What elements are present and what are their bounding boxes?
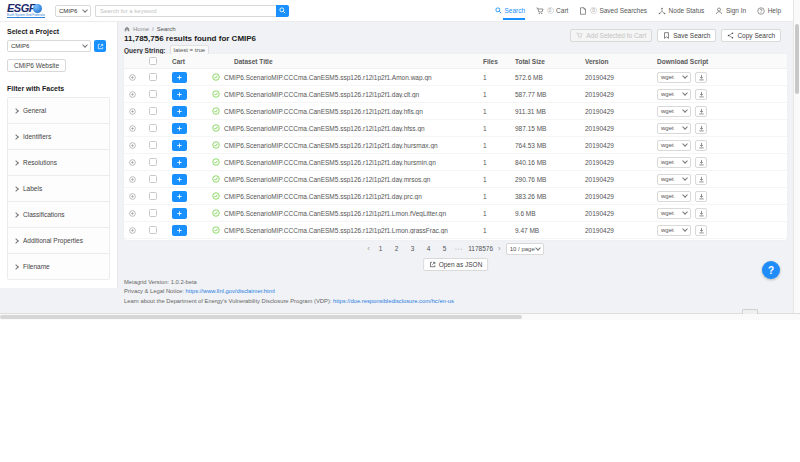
row-checkbox[interactable] xyxy=(149,209,157,217)
download-script-select[interactable]: wget xyxy=(657,140,691,151)
search-input[interactable] xyxy=(95,5,276,17)
next-page-arrow[interactable]: › xyxy=(498,244,501,254)
row-checkbox[interactable] xyxy=(149,192,157,200)
add-to-cart-button[interactable] xyxy=(172,208,187,219)
facet-collapse-item[interactable]: Additional Properties xyxy=(8,228,109,254)
scrollbar-resize-tab[interactable] xyxy=(742,309,758,314)
esgf-logo[interactable]: ESGF Earth System Grid Federation xyxy=(7,3,47,18)
download-button[interactable] xyxy=(695,123,707,134)
row-checkbox[interactable] xyxy=(149,90,157,98)
dataset-title[interactable]: CMIP6.ScenarioMIP.CCCma.CanESM5.ssp126.r… xyxy=(224,125,425,132)
open-as-json-button[interactable]: Open as JSON xyxy=(423,258,489,271)
expand-row-icon[interactable] xyxy=(129,193,136,200)
dataset-title[interactable]: CMIP6.ScenarioMIP.CCCma.CanESM5.ssp126.r… xyxy=(224,159,436,166)
facet-collapse-item[interactable]: Filename xyxy=(8,254,109,280)
project-select[interactable]: CMIP6 xyxy=(7,40,91,52)
project-info-button[interactable] xyxy=(94,40,106,52)
download-script-select[interactable]: wget xyxy=(657,157,691,168)
expand-row-icon[interactable] xyxy=(129,227,136,234)
download-script-select[interactable]: wget xyxy=(657,225,691,236)
add-to-cart-button[interactable] xyxy=(172,106,187,117)
add-to-cart-button[interactable] xyxy=(172,123,187,134)
save-search-button[interactable]: Save Search xyxy=(657,29,716,42)
dataset-title[interactable]: CMIP6.ScenarioMIP.CCCma.CanESM5.ssp126.r… xyxy=(224,176,430,183)
row-checkbox[interactable] xyxy=(149,141,157,149)
vdp-link[interactable]: https://doe.responsibledisclosure.com/hc… xyxy=(333,298,454,304)
page-number[interactable]: 1 xyxy=(375,243,386,255)
page-number[interactable]: 2 xyxy=(391,243,402,255)
nav-item-help[interactable]: Help xyxy=(757,7,781,15)
previous-page-arrow[interactable]: ‹ xyxy=(367,244,370,254)
download-button[interactable] xyxy=(695,225,707,236)
expand-row-icon[interactable] xyxy=(129,108,136,115)
facet-collapse-item[interactable]: General xyxy=(8,98,109,124)
row-checkbox[interactable] xyxy=(149,124,157,132)
nav-item-cart[interactable]: 0 Cart xyxy=(536,7,568,15)
download-button[interactable] xyxy=(695,191,707,202)
project-website-button[interactable]: CMIP6 Website xyxy=(7,59,66,72)
add-to-cart-button[interactable] xyxy=(172,174,187,185)
facet-collapse-item[interactable]: Labels xyxy=(8,176,109,202)
nav-item-sign-in[interactable]: Sign In xyxy=(715,7,746,15)
help-fab-button[interactable]: ? xyxy=(762,261,780,279)
facet-collapse-item[interactable]: Resolutions xyxy=(8,150,109,176)
header-project-select[interactable]: CMIP6 xyxy=(55,5,91,17)
row-checkbox[interactable] xyxy=(149,175,157,183)
add-to-cart-button[interactable] xyxy=(172,89,187,100)
dataset-title[interactable]: CMIP6.ScenarioMIP.CCCma.CanESM5.ssp126.r… xyxy=(224,108,423,115)
download-button[interactable] xyxy=(695,106,707,117)
copy-search-button[interactable]: Copy Search xyxy=(721,29,781,42)
download-script-select[interactable]: wget xyxy=(657,123,691,134)
dataset-title[interactable]: CMIP6.ScenarioMIP.CCCma.CanESM5.ssp126.r… xyxy=(224,74,432,81)
nav-item-saved-searches[interactable]: 0 Saved Searches xyxy=(579,7,647,15)
download-button[interactable] xyxy=(695,208,707,219)
add-to-cart-button[interactable] xyxy=(172,72,187,83)
dataset-title[interactable]: CMIP6.ScenarioMIP.CCCma.CanESM5.ssp126.r… xyxy=(224,227,448,234)
privacy-notice-link[interactable]: https://www.llnl.gov/disclaimer.html xyxy=(186,288,275,294)
page-ellipsis[interactable]: ••• xyxy=(455,246,463,252)
nav-item-search[interactable]: Search xyxy=(495,7,525,14)
row-checkbox[interactable] xyxy=(149,73,157,81)
search-submit-button[interactable] xyxy=(276,5,289,17)
expand-row-icon[interactable] xyxy=(129,125,136,132)
row-checkbox[interactable] xyxy=(149,158,157,166)
download-button[interactable] xyxy=(695,89,707,100)
dataset-title[interactable]: CMIP6.ScenarioMIP.CCCma.CanESM5.ssp126.r… xyxy=(224,210,446,217)
add-to-cart-button[interactable] xyxy=(172,191,187,202)
page-number[interactable]: 5 xyxy=(439,243,450,255)
download-button[interactable] xyxy=(695,157,707,168)
page-number[interactable]: 4 xyxy=(423,243,434,255)
dataset-title[interactable]: CMIP6.ScenarioMIP.CCCma.CanESM5.ssp126.r… xyxy=(224,142,438,149)
select-all-checkbox[interactable] xyxy=(149,57,157,65)
row-checkbox[interactable] xyxy=(149,226,157,234)
page-size-select[interactable]: 10 / page xyxy=(506,243,544,255)
horizontal-scrollbar-thumb[interactable] xyxy=(0,315,522,319)
download-script-select[interactable]: wget xyxy=(657,208,691,219)
add-selected-to-cart-button[interactable]: Add Selected to Cart xyxy=(570,29,652,42)
vertical-scrollbar-thumb[interactable] xyxy=(795,24,799,94)
download-script-select[interactable]: wget xyxy=(657,174,691,185)
expand-row-icon[interactable] xyxy=(129,176,136,183)
download-button[interactable] xyxy=(695,174,707,185)
download-script-select[interactable]: wget xyxy=(657,72,691,83)
expand-row-icon[interactable] xyxy=(129,159,136,166)
dataset-title[interactable]: CMIP6.ScenarioMIP.CCCma.CanESM5.ssp126.r… xyxy=(224,91,419,98)
expand-row-icon[interactable] xyxy=(129,74,136,81)
download-script-select[interactable]: wget xyxy=(657,106,691,117)
expand-row-icon[interactable] xyxy=(129,91,136,98)
add-to-cart-button[interactable] xyxy=(172,140,187,151)
download-button[interactable] xyxy=(695,140,707,151)
facet-collapse-item[interactable]: Identifiers xyxy=(8,124,109,150)
last-page-number[interactable]: 1178576 xyxy=(468,243,493,255)
download-script-select[interactable]: wget xyxy=(657,89,691,100)
row-checkbox[interactable] xyxy=(149,107,157,115)
expand-row-icon[interactable] xyxy=(129,210,136,217)
add-to-cart-button[interactable] xyxy=(172,225,187,236)
download-script-select[interactable]: wget xyxy=(657,191,691,202)
vertical-scrollbar[interactable] xyxy=(793,0,800,313)
horizontal-scrollbar[interactable] xyxy=(0,313,800,320)
download-button[interactable] xyxy=(695,72,707,83)
nav-item-node-status[interactable]: Node Status xyxy=(658,7,704,15)
breadcrumb-home[interactable]: Home xyxy=(133,26,149,32)
expand-row-icon[interactable] xyxy=(129,142,136,149)
